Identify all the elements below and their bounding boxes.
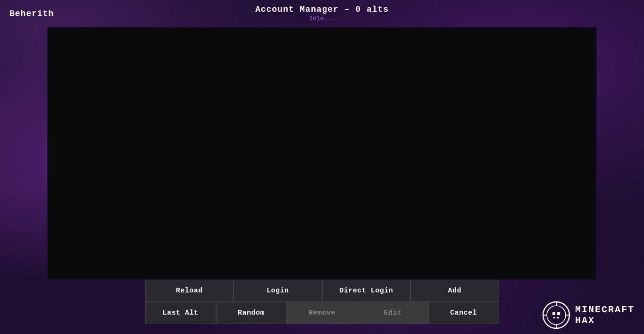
logo-area: MINECRAFT HAX — [542, 301, 635, 329]
button-row-1: Reload Login Direct Login Add — [145, 280, 499, 302]
title-section: Account Manager – 0 alts Idle... — [255, 5, 389, 22]
edit-button[interactable]: Edit — [358, 302, 428, 324]
direct-login-button[interactable]: Direct Login — [322, 280, 411, 302]
last-alt-button[interactable]: Last Alt — [145, 302, 216, 324]
svg-rect-10 — [555, 315, 557, 317]
svg-point-1 — [547, 306, 566, 325]
svg-rect-6 — [552, 312, 555, 315]
login-button[interactable]: Login — [234, 280, 322, 302]
random-button[interactable]: Random — [216, 302, 287, 324]
window-title: Account Manager – 0 alts — [255, 5, 389, 14]
header: Beherith Account Manager – 0 alts Idle..… — [0, 0, 644, 27]
svg-rect-8 — [553, 317, 555, 318]
logo-line1: MINECRAFT — [575, 304, 635, 315]
logo-line2: HAX — [575, 315, 635, 326]
button-row-2: Last Alt Random Remove Edit Cancel — [145, 302, 499, 324]
logo-text: MINECRAFT HAX — [575, 304, 635, 326]
accounts-list — [47, 27, 597, 280]
add-button[interactable]: Add — [410, 280, 499, 302]
svg-rect-7 — [557, 312, 560, 315]
reload-button[interactable]: Reload — [145, 280, 234, 302]
cancel-button[interactable]: Cancel — [428, 302, 499, 324]
remove-button[interactable]: Remove — [287, 302, 358, 324]
app-name: Beherith — [9, 9, 54, 18]
minecraft-hax-logo-icon — [542, 301, 570, 329]
svg-rect-9 — [557, 317, 559, 318]
status-text: Idle... — [309, 15, 335, 22]
